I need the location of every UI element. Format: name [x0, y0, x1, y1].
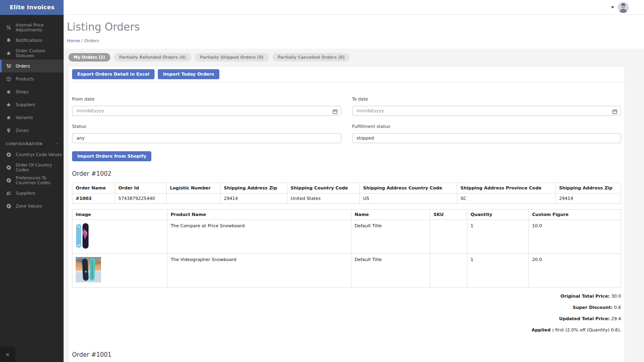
status-input[interactable] — [72, 133, 341, 143]
from-date-field-group: From date — [72, 97, 341, 116]
to-date-field-group: To date — [352, 97, 621, 116]
import-today-orders-button[interactable]: Import Today Orders — [158, 69, 219, 79]
product-name-cell: The Compare at Price Snowboard — [167, 220, 351, 254]
calendar-icon[interactable] — [332, 108, 338, 113]
sidebar-item-suppliers[interactable]: Suppliers — [0, 98, 64, 111]
sidebar: Elite Invoices Internal Price Adjustment… — [0, 0, 64, 362]
users-icon — [6, 190, 12, 196]
fulfillment-status-field-group: Fulfillment status — [352, 124, 621, 143]
chevron-down-icon — [55, 142, 59, 146]
sidebar-item-order-custom-statuses[interactable]: Order Custom Statuses — [0, 47, 64, 60]
shipping-zip-cell: 29414 — [556, 193, 621, 204]
order-section-1001: Order #1001 Order Name Order Id Logistic… — [72, 351, 621, 362]
user-avatar[interactable] — [618, 2, 629, 13]
sidebar-item-label: Order Custom Statuses — [16, 48, 64, 58]
sidebar-item-label: Internal Price Adjustments — [16, 23, 64, 32]
column-header: Quantity — [467, 210, 529, 220]
calendar-icon[interactable] — [612, 108, 617, 113]
breadcrumb-separator: / — [81, 38, 83, 43]
table-row: The Compare at Price Snowboard Default T… — [72, 220, 621, 254]
sidebar-item-label: Zones — [16, 128, 29, 133]
sidebar-item-zones[interactable]: Zones — [0, 124, 64, 137]
collapse-icon: « — [6, 350, 10, 358]
app-title: Elite Invoices — [0, 0, 64, 15]
sidebar-item-products[interactable]: Products — [0, 72, 64, 85]
from-date-label: From date — [72, 97, 341, 102]
sidebar-item-label: Variants — [16, 115, 33, 120]
sidebar-item-suppliers-config[interactable]: Suppliers — [0, 187, 64, 200]
sidebar-section-configuration[interactable]: CONFIGURATION — [0, 142, 64, 146]
table-row: #1002 5743879225440 29414 United States … — [72, 193, 621, 204]
breadcrumb-home-link[interactable]: Home — [67, 38, 80, 43]
card-toolbar: Export Orders Detail in Excel Import Tod… — [68, 66, 625, 82]
gear-icon — [6, 203, 12, 209]
custom-figure-cell: 10.0 — [529, 220, 621, 254]
order-info-table: Order Name Order Id Logistic Number Ship… — [72, 183, 621, 204]
tab-partially-cancelled-orders[interactable]: Partially Cancelled Orders (0) — [272, 53, 350, 62]
logistic-number-cell — [167, 193, 221, 204]
gear-icon — [6, 177, 12, 183]
sidebar-nav: Internal Price Adjustments Notifications… — [0, 15, 64, 212]
shipping-zip-cell: 29414 — [221, 193, 287, 204]
tab-partially-shipped-orders[interactable]: Partially Shipped Orders (0) — [195, 53, 269, 62]
bell-icon — [6, 37, 12, 43]
to-date-input[interactable] — [352, 106, 621, 116]
column-header: Name — [351, 210, 430, 220]
orders-card: Export Orders Detail in Excel Import Tod… — [68, 66, 625, 362]
column-header: Custom Figure — [529, 210, 621, 220]
sidebar-item-label: Order Of Country Codes — [16, 162, 64, 172]
column-header: Order Name — [72, 183, 115, 193]
import-orders-shopify-button[interactable]: Import Orders from Shopify — [72, 151, 151, 161]
sidebar-item-orders[interactable]: Orders — [0, 60, 64, 72]
fulfillment-status-input[interactable] — [352, 133, 621, 143]
star-icon — [6, 50, 12, 56]
column-header: Shipping Address Country Code — [360, 183, 457, 193]
order-section-1002: Order #1002 Order Name Order Id Logistic… — [72, 170, 621, 333]
page-title: Listing Orders — [67, 21, 644, 33]
variant-name-cell: Default Title — [351, 220, 430, 254]
sku-cell — [430, 254, 467, 288]
sidebar-item-shops[interactable]: Shops — [0, 85, 64, 98]
cart-icon — [6, 63, 12, 69]
column-header: Shipping Country Code — [287, 183, 360, 193]
sidebar-item-zone-values[interactable]: Zone Values — [0, 200, 64, 212]
from-date-input[interactable] — [72, 106, 341, 116]
product-image-snowboard-photo — [76, 278, 101, 284]
sidebar-item-label: Notifications — [16, 38, 42, 43]
order-products-table: Image Product Name Name SKU Quantity Cus… — [72, 209, 621, 288]
sidebar-item-notifications[interactable]: Notifications — [0, 34, 64, 47]
gear-icon — [6, 152, 12, 158]
order-filter-tabs: My Orders (2) Partially Refunded Orders … — [64, 49, 644, 66]
sidebar-item-order-of-country-codes[interactable]: Order Of Country Codes — [0, 161, 64, 174]
sidebar-item-label: Shops — [16, 89, 29, 94]
product-name-cell: The Videographer Snowboard — [167, 254, 351, 288]
breadcrumb: Home / Orders — [67, 38, 644, 43]
table-row: The Videographer Snowboard Default Title… — [72, 254, 621, 288]
content-area: My Orders (2) Partially Refunded Orders … — [64, 49, 644, 362]
sidebar-item-countrys-code-values[interactable]: Countrys Code Values — [0, 148, 64, 161]
shipping-province-code-cell: SC — [457, 193, 556, 204]
page-header: Listing Orders Home / Orders — [64, 15, 644, 49]
tab-partially-refunded-orders[interactable]: Partially Refunded Orders (0) — [114, 53, 191, 62]
tab-my-orders[interactable]: My Orders (2) — [68, 53, 110, 62]
column-header: SKU — [430, 210, 467, 220]
custom-figure-cell: 20.0 — [529, 254, 621, 288]
sidebar-item-internal-price-adjustments[interactable]: Internal Price Adjustments — [0, 21, 64, 34]
caret-down-icon[interactable] — [611, 6, 614, 8]
sidebar-collapse-button[interactable]: « — [0, 347, 15, 362]
topbar — [64, 0, 644, 15]
order-id-cell: 5743879225440 — [115, 193, 167, 204]
sidebar-item-label: Suppliers — [16, 191, 35, 195]
gear-icon — [6, 165, 12, 171]
sidebar-item-preferences-to-countries-codes[interactable]: Preferences To Countries Codes — [0, 174, 64, 187]
star-icon — [6, 102, 12, 108]
product-image-snowboard — [76, 245, 89, 250]
original-total-price-line: Original Total Price: 30.0 — [72, 294, 621, 299]
sidebar-item-variants[interactable]: Variants — [0, 111, 64, 124]
export-orders-excel-button[interactable]: Export Orders Detail in Excel — [72, 69, 155, 79]
column-header: Logistic Number — [167, 183, 221, 193]
column-header: Image — [72, 210, 167, 220]
main-content: Listing Orders Home / Orders My Orders (… — [64, 15, 644, 362]
product-image-cell — [72, 254, 167, 288]
sidebar-item-label: Zone Values — [16, 204, 41, 208]
